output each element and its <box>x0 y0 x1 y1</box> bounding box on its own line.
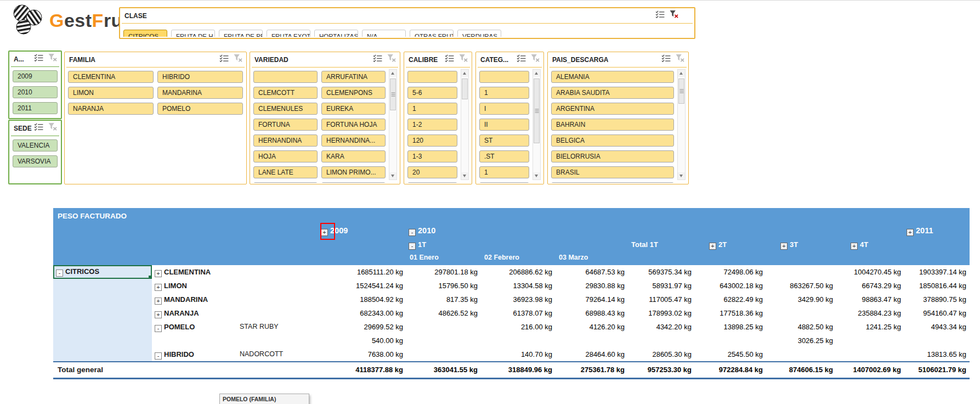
pivot-value-cell[interactable]: 1004270.45 kg <box>836 265 904 279</box>
slicer-item[interactable]: N/A <box>362 30 406 37</box>
pivot-value-cell[interactable]: 1685111.20 kg <box>307 265 406 279</box>
slicer-item[interactable]: II <box>479 119 529 131</box>
multi-select-icon[interactable] <box>34 54 43 61</box>
pivot-value-cell[interactable] <box>628 334 695 347</box>
group-label-cell[interactable]: -CITRICOS <box>53 265 152 279</box>
family-label[interactable]: +CLEMENTINA <box>152 265 234 279</box>
pivot-total-cell[interactable]: 275361.78 kg <box>556 362 628 378</box>
slicer-item[interactable] <box>253 71 318 83</box>
column-header-2t[interactable]: +2T <box>695 238 766 251</box>
expand-row-button[interactable]: + <box>155 298 162 305</box>
scroll-up-button[interactable] <box>461 70 468 77</box>
clear-filter-icon[interactable] <box>234 54 243 62</box>
column-header-2010[interactable]: -2010 <box>406 223 481 238</box>
pivot-value-cell[interactable]: 29699.52 kg <box>307 320 406 334</box>
pivot-value-cell[interactable]: 206886.62 kg <box>481 265 556 279</box>
column-header-2011[interactable]: +2011 <box>904 223 970 238</box>
slicer-item[interactable]: 1-3 <box>407 150 457 162</box>
pivot-value-cell[interactable]: 2545.50 kg <box>695 347 766 361</box>
pivot-value-cell[interactable]: 817.35 kg <box>406 293 481 306</box>
pivot-total-cell[interactable]: 957253.30 kg <box>628 362 695 378</box>
column-header-enero[interactable]: 01 Enero <box>406 251 481 265</box>
pivot-value-cell[interactable]: 13304.58 kg <box>481 279 556 293</box>
scroll-thumb[interactable] <box>462 78 468 99</box>
slicer-item[interactable]: FORTUNA HOJA <box>321 119 386 131</box>
slicer-item[interactable]: EUREKA <box>321 103 386 115</box>
family-label[interactable]: -HIBRIDO <box>152 347 234 361</box>
slicer-item[interactable]: BRASIL <box>551 166 674 178</box>
slicer-item[interactable]: FRUTA DE PE... <box>219 30 263 37</box>
multi-select-icon[interactable] <box>517 54 526 62</box>
scroll-up-button[interactable] <box>389 70 396 77</box>
pivot-value-cell[interactable]: 1241.25 kg <box>836 320 904 334</box>
slicer-item[interactable]: BELGICA <box>551 134 674 147</box>
pivot-value-cell[interactable]: 569375.34 kg <box>628 265 695 279</box>
slicer-item[interactable]: FRUTA DE H... <box>171 30 215 37</box>
slicer-item[interactable]: 5-6 <box>407 87 457 99</box>
multi-select-icon[interactable] <box>34 123 43 131</box>
scrollbar[interactable] <box>461 69 469 180</box>
column-header-total-1t[interactable]: Total 1T <box>628 238 695 251</box>
slicer-item[interactable]: 1 <box>479 166 529 178</box>
scroll-down-button[interactable] <box>389 172 396 179</box>
slicer-item[interactable]: BIELORRUSIA <box>551 150 674 162</box>
pivot-value-cell[interactable]: 4943.34 kg <box>904 320 970 334</box>
pivot-value-cell[interactable] <box>904 334 970 347</box>
collapse-row-button[interactable]: - <box>155 352 162 360</box>
pivot-value-cell[interactable]: 4126.20 kg <box>556 320 628 334</box>
pivot-value-cell[interactable]: 178993.02 kg <box>628 306 695 320</box>
pivot-value-cell[interactable]: 13813.65 kg <box>904 347 970 361</box>
scroll-down-button[interactable] <box>678 172 685 179</box>
expand-row-button[interactable]: + <box>155 270 162 277</box>
pivot-value-cell[interactable]: 28605.30 kg <box>628 347 695 361</box>
pivot-value-cell[interactable]: 378890.75 kg <box>904 293 970 306</box>
pivot-value-cell[interactable] <box>406 334 481 347</box>
slicer-item[interactable]: HERNANDINA... <box>321 134 386 147</box>
slicer-item[interactable]: HERNANDINA <box>253 134 318 147</box>
pivot-value-cell[interactable]: 1903397.14 kg <box>904 265 970 279</box>
pivot-value-cell[interactable]: 4882.50 kg <box>766 320 836 334</box>
scroll-thumb[interactable] <box>390 78 396 110</box>
pivot-value-cell[interactable]: 1524541.24 kg <box>307 279 406 293</box>
slicer-item[interactable]: HORTALIZAS <box>314 30 358 37</box>
scroll-thumb[interactable] <box>678 78 684 104</box>
clear-filter-icon[interactable] <box>676 54 685 62</box>
slicer-item[interactable] <box>407 71 457 83</box>
pivot-value-cell[interactable]: 3429.90 kg <box>766 293 836 306</box>
pivot-value-cell[interactable]: 4342.20 kg <box>628 320 695 334</box>
slicer-item[interactable]: LANE LATE <box>253 166 318 178</box>
pivot-value-cell[interactable] <box>556 334 628 347</box>
family-label[interactable]: +NARANJA <box>152 306 234 320</box>
scrollbar[interactable] <box>533 69 541 180</box>
slicer-item[interactable]: CANADA <box>551 182 674 183</box>
pivot-value-cell[interactable]: 79264.14 kg <box>556 293 628 306</box>
slicer-item[interactable]: 1 <box>479 87 529 99</box>
slicer-item[interactable]: VALENCIA <box>13 139 58 152</box>
variety-label[interactable] <box>234 334 307 347</box>
citricos-group-cell[interactable]: -CITRICOS <box>53 265 152 279</box>
clear-filter-icon[interactable] <box>48 123 58 131</box>
slicer-item[interactable]: FORTUNA <box>253 119 318 131</box>
collapse-row-button[interactable]: - <box>155 325 162 332</box>
slicer-item[interactable]: OTRAS FRUT... <box>410 30 454 37</box>
pivot-value-cell[interactable]: 62822.49 kg <box>695 293 766 306</box>
slicer-item[interactable]: ARRUFATINA <box>321 71 386 83</box>
pivot-value-cell[interactable]: 66743.29 kg <box>836 279 904 293</box>
slicer-item[interactable]: 1-2 <box>407 119 457 131</box>
pivot-value-cell[interactable] <box>836 334 904 347</box>
pivot-value-cell[interactable]: 643002.18 kg <box>695 279 766 293</box>
pivot-total-cell[interactable]: 972284.84 kg <box>695 362 766 378</box>
pivot-value-cell[interactable]: 64687.53 kg <box>556 265 628 279</box>
slicer-item[interactable]: 2009 <box>13 70 58 82</box>
pivot-total-cell[interactable]: 4118377.88 kg <box>307 362 406 378</box>
pivot-value-cell[interactable] <box>695 334 766 347</box>
column-header-1t[interactable]: -1T <box>406 238 481 251</box>
pivot-value-cell[interactable]: 68988.43 kg <box>556 306 628 320</box>
clear-filter-icon[interactable] <box>531 54 540 62</box>
slicer-item[interactable]: MARISOL <box>321 182 386 183</box>
scroll-down-button[interactable] <box>533 172 540 179</box>
multi-select-icon[interactable] <box>219 54 229 62</box>
clear-filter-icon[interactable] <box>48 54 58 61</box>
slicer-item[interactable]: ARGENTINA <box>551 103 674 115</box>
multi-select-icon[interactable] <box>373 54 382 62</box>
